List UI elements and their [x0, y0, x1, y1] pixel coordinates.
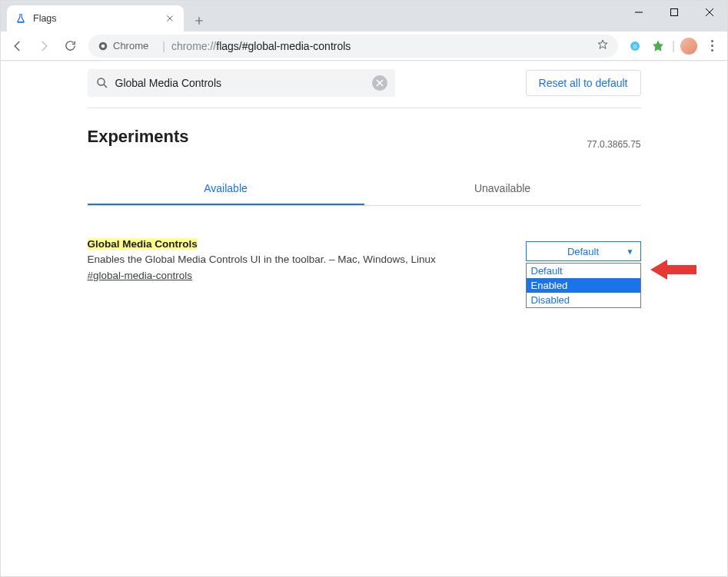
flag-option-disabled[interactable]: Disabled — [527, 293, 640, 307]
flag-select-dropdown: Default Enabled Disabled — [526, 263, 641, 308]
search-icon — [95, 76, 109, 90]
browser-tab[interactable]: Flags — [7, 5, 184, 32]
svg-text:0: 0 — [633, 43, 637, 50]
svg-point-5 — [98, 78, 105, 85]
reload-button[interactable] — [58, 34, 82, 58]
page-title: Experiments — [88, 108, 189, 150]
tab-unavailable[interactable]: Unavailable — [364, 173, 641, 205]
flag-select[interactable]: Default ▼ — [526, 241, 641, 261]
close-window-button[interactable] — [692, 1, 727, 24]
chevron-down-icon: ▼ — [627, 247, 634, 256]
tab-strip: Flags — [1, 1, 210, 32]
maximize-button[interactable] — [657, 1, 692, 24]
bookmark-star-icon[interactable] — [597, 38, 609, 53]
site-chip[interactable]: Chrome — [98, 40, 148, 51]
toolbar-separator: | — [670, 35, 676, 57]
flag-description: Enables the Global Media Controls UI in … — [88, 254, 436, 265]
extension-icons: 0 | — [624, 35, 723, 57]
svg-point-2 — [101, 44, 105, 48]
flags-tabs: Available Unavailable — [88, 173, 641, 206]
extension-icon-2[interactable] — [647, 35, 669, 57]
flags-search-input[interactable] — [109, 77, 372, 89]
page-viewport[interactable]: Reset all to default Experiments 77.0.38… — [1, 61, 727, 577]
site-label: Chrome — [113, 40, 148, 51]
flag-option-default[interactable]: Default — [527, 264, 640, 278]
svg-rect-0 — [671, 9, 678, 16]
tab-title: Flags — [33, 13, 164, 24]
minimize-button[interactable] — [621, 1, 657, 24]
tab-available[interactable]: Available — [88, 173, 364, 205]
forward-button[interactable] — [32, 34, 56, 58]
extension-icon-1[interactable]: 0 — [624, 35, 646, 57]
omnibox[interactable]: Chrome | chrome://flags/#global-media-co… — [88, 35, 618, 58]
annotation-arrow-icon — [650, 260, 696, 280]
flags-search-box[interactable] — [88, 69, 395, 97]
window-controls — [621, 1, 727, 24]
flag-title: Global Media Controls — [88, 238, 198, 250]
profile-avatar[interactable] — [678, 35, 700, 57]
flask-icon — [15, 12, 27, 25]
menu-button[interactable] — [701, 40, 723, 51]
flag-option-enabled[interactable]: Enabled — [527, 278, 640, 293]
browser-toolbar: Chrome | chrome://flags/#global-media-co… — [1, 32, 727, 61]
flag-anchor-link[interactable]: #global-media-controls — [88, 270, 193, 281]
version-label: 77.0.3865.75 — [587, 139, 640, 150]
omnibox-separator: | — [162, 40, 165, 52]
new-tab-button[interactable] — [188, 10, 210, 32]
flag-row: Global Media Controls Enables the Global… — [88, 206, 641, 284]
close-icon[interactable] — [164, 12, 176, 25]
omnibox-url: chrome://flags/#global-media-controls — [171, 40, 351, 52]
clear-search-icon[interactable] — [372, 75, 387, 91]
flag-select-value: Default — [567, 246, 599, 257]
titlebar: Flags — [1, 1, 727, 32]
reset-all-button[interactable]: Reset all to default — [526, 70, 641, 96]
back-button[interactable] — [5, 34, 30, 58]
chrome-icon — [98, 41, 108, 51]
